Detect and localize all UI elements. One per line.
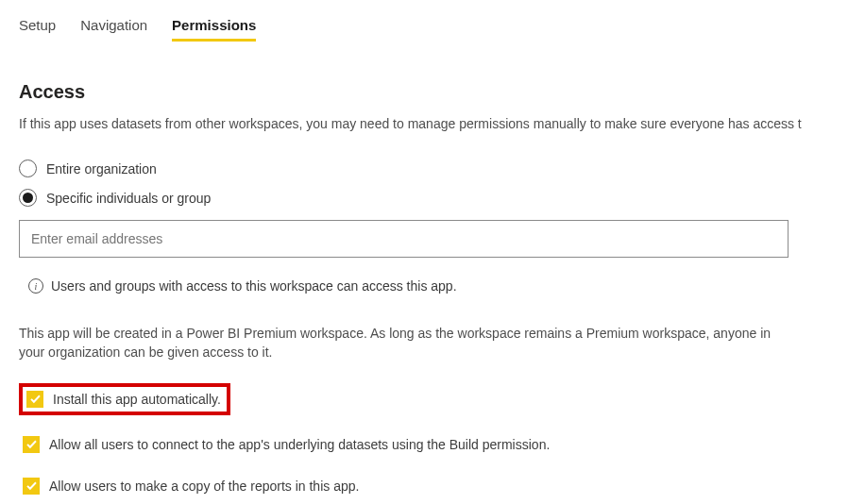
tab-bar: Setup Navigation Permissions — [19, 17, 829, 42]
info-text: Users and groups with access to this wor… — [51, 278, 457, 294]
premium-note: This app will be created in a Power BI P… — [19, 324, 793, 362]
access-heading: Access — [19, 81, 829, 103]
check-icon — [25, 479, 38, 492]
info-row: i Users and groups with access to this w… — [19, 278, 829, 294]
radio-label-entire: Entire organization — [46, 161, 157, 176]
checkbox-install-automatically-highlight: Install this app automatically. — [19, 383, 230, 415]
radio-icon — [19, 189, 37, 207]
checkbox-label-build[interactable]: Allow all users to connect to the app's … — [49, 437, 550, 452]
tab-setup[interactable]: Setup — [19, 17, 56, 42]
checkbox-row-allow-copy: Allow users to make a copy of the report… — [19, 474, 365, 498]
radio-specific-individuals[interactable]: Specific individuals or group — [19, 189, 829, 207]
check-icon — [29, 393, 42, 405]
access-radio-group: Entire organization Specific individuals… — [19, 160, 829, 207]
access-intro: If this app uses datasets from other wor… — [19, 116, 829, 131]
tab-navigation[interactable]: Navigation — [80, 17, 147, 42]
radio-label-specific: Specific individuals or group — [46, 191, 211, 206]
checkbox-install-automatically[interactable] — [26, 391, 43, 408]
checkbox-allow-build[interactable] — [23, 436, 40, 453]
email-addresses-input[interactable] — [19, 220, 789, 258]
checkbox-list: Install this app automatically. Allow al… — [19, 383, 829, 498]
info-icon: i — [28, 278, 43, 294]
checkbox-label-copy[interactable]: Allow users to make a copy of the report… — [49, 479, 359, 494]
checkbox-allow-copy[interactable] — [23, 478, 40, 495]
radio-icon — [19, 160, 37, 177]
radio-entire-organization[interactable]: Entire organization — [19, 160, 829, 177]
check-icon — [25, 438, 38, 450]
tab-permissions[interactable]: Permissions — [172, 17, 256, 42]
checkbox-row-allow-build: Allow all users to connect to the app's … — [19, 432, 555, 457]
checkbox-label-install[interactable]: Install this app automatically. — [53, 392, 221, 407]
